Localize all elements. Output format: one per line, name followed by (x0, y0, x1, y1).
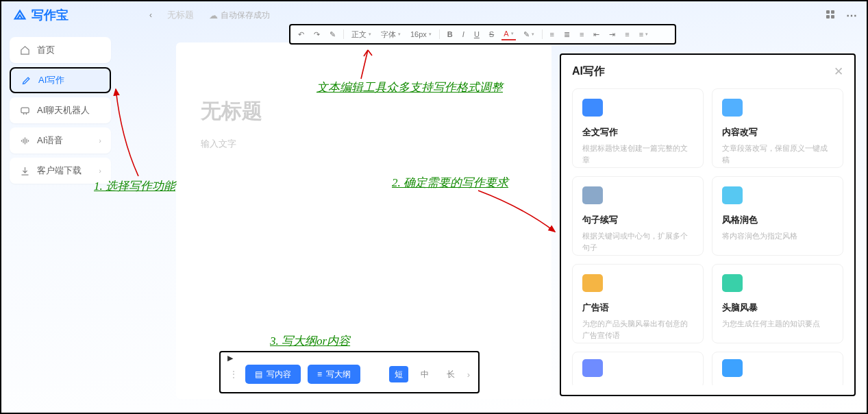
ai-card-title: 全文写作 (582, 126, 693, 138)
ordered-list-button[interactable]: ≡ (623, 29, 631, 40)
ai-card-1[interactable]: 内容改写文章段落改写，保留原义一键成稿 (712, 88, 843, 168)
ai-card-title: 内容改写 (722, 126, 833, 138)
feature-icon (722, 186, 743, 204)
document-title-input[interactable]: 无标题 (201, 97, 527, 125)
ai-card-desc: 根据标题快速创建一篇完整的文章 (582, 143, 693, 165)
logo-icon (12, 8, 27, 23)
sidebar: 首页 AI写作 AI聊天机器人 AI语音 › 客户端下载 › (10, 37, 111, 184)
feature-icon (722, 359, 743, 377)
app-name: 写作宝 (32, 7, 69, 23)
sidebar-item-home[interactable]: 首页 (10, 37, 111, 63)
pen-icon (21, 75, 32, 86)
indent-inc-button[interactable]: ⇥ (607, 29, 617, 40)
ai-card-title: 广告语 (582, 302, 693, 314)
app-logo: 写作宝 (12, 7, 69, 23)
ai-card-desc: 为您的产品头脑风暴出有创意的广告宣传语 (582, 318, 693, 341)
redo-button[interactable]: ↷ (312, 29, 322, 40)
ai-card-title: 句子续写 (582, 214, 693, 226)
document-editor[interactable]: 无标题 输入文字 (176, 42, 551, 399)
feature-icon (722, 274, 743, 292)
ai-card-desc: 为您生成任何主题的知识要点 (722, 318, 833, 330)
sidebar-item-download[interactable]: 客户端下载 › (10, 158, 111, 184)
svg-rect-1 (831, 10, 834, 14)
home-icon (19, 45, 30, 56)
length-short-button[interactable]: 短 (389, 366, 408, 382)
write-outline-button[interactable]: ≡ 写大纲 (308, 365, 360, 384)
sidebar-item-ai-voice[interactable]: AI语音 › (10, 127, 111, 154)
drag-handle-icon[interactable]: ⋮ (229, 369, 238, 380)
indent-dec-button[interactable]: ⇤ (591, 29, 602, 40)
sidebar-item-ai-write[interactable]: AI写作 (10, 67, 111, 93)
bold-button[interactable]: B (445, 29, 455, 40)
svg-rect-2 (826, 15, 830, 19)
highlight-button[interactable]: ✎▾ (521, 29, 536, 40)
underline-button[interactable]: U (472, 29, 482, 40)
compose-action-bar: ▶ ⋮ ▤ 写内容 ≡ 写大纲 短 中 长 › (219, 351, 480, 393)
download-icon (19, 166, 30, 176)
feature-icon (722, 99, 743, 117)
text-color-button[interactable]: A▾ (501, 28, 515, 40)
cloud-icon: ☁ (209, 10, 218, 21)
list-icon: ≡ (317, 369, 322, 379)
svg-rect-3 (831, 15, 834, 19)
format-paint-button[interactable]: ✎ (327, 29, 338, 40)
sidebar-item-ai-chat[interactable]: AI聊天机器人 (10, 97, 111, 123)
feature-icon (582, 99, 603, 117)
strike-button[interactable]: S (487, 29, 496, 40)
ai-card-title: 风格润色 (722, 214, 833, 226)
editor-toolbar: ↶ ↷ ✎ 正文▾ 字体▾ 16px▾ B I U S A▾ ✎▾ ≡ ≣ ≡ … (289, 24, 676, 45)
unordered-list-button[interactable]: ≡▾ (637, 29, 650, 40)
play-icon[interactable]: ▶ (227, 354, 233, 363)
ai-card-4[interactable]: 广告语为您的产品头脑风暴出有创意的广告宣传语 (572, 264, 704, 343)
undo-button[interactable]: ↶ (296, 29, 306, 40)
align-left-button[interactable]: ≡ (548, 29, 556, 40)
next-button[interactable]: › (467, 369, 470, 380)
sidebar-item-label: 首页 (37, 44, 55, 56)
ai-card-0[interactable]: 全文写作根据标题快速创建一篇完整的文章 (572, 88, 704, 168)
italic-button[interactable]: I (460, 29, 467, 40)
length-mid-button[interactable]: 中 (415, 366, 434, 382)
arrow-1 (108, 84, 156, 180)
ai-card-3[interactable]: 风格润色将内容润色为指定风格 (712, 176, 843, 256)
length-long-button[interactable]: 长 (441, 366, 460, 382)
chevron-right-icon: › (99, 167, 101, 175)
ai-panel-title: AI写作 (572, 64, 605, 79)
align-right-button[interactable]: ≡ (578, 29, 586, 40)
feature-icon (582, 274, 603, 292)
ai-card-desc: 将内容润色为指定风格 (722, 230, 833, 242)
apps-grid-icon[interactable] (826, 10, 835, 21)
close-icon[interactable]: ✕ (834, 64, 843, 79)
sidebar-item-label: 客户端下载 (37, 165, 82, 177)
font-size-select[interactable]: 16px▾ (408, 29, 434, 40)
feature-icon (582, 359, 603, 377)
ai-card-5[interactable]: 头脑风暴为您生成任何主题的知识要点 (712, 264, 843, 343)
font-family-select[interactable]: 字体▾ (379, 28, 403, 41)
ai-card-title: 头脑风暴 (722, 302, 833, 314)
chevron-right-icon: › (99, 136, 101, 145)
ai-card-2[interactable]: 句子续写根据关键词或中心句，扩展多个句子 (572, 176, 704, 256)
ai-card-desc: 根据关键词或中心句，扩展多个句子 (582, 230, 693, 253)
ai-panel: AI写作 ✕ 全文写作根据标题快速创建一篇完整的文章内容改写文章段落改写，保留原… (560, 53, 856, 396)
align-center-button[interactable]: ≣ (562, 29, 572, 40)
svg-rect-4 (21, 108, 28, 113)
sidebar-item-label: AI写作 (38, 74, 64, 86)
feature-icon (582, 186, 603, 204)
write-content-button[interactable]: ▤ 写内容 (245, 365, 301, 384)
ai-card-6[interactable] (572, 352, 704, 385)
sidebar-item-label: AI聊天机器人 (37, 104, 90, 117)
document-body-input[interactable]: 输入文字 (201, 138, 527, 150)
autosave-status: ☁ 自动保存成功 (209, 10, 270, 21)
nav-back-button[interactable]: ‹ (144, 8, 158, 23)
sidebar-item-label: AI语音 (37, 134, 63, 147)
voice-icon (19, 136, 30, 146)
doc-icon: ▤ (255, 369, 262, 379)
svg-rect-0 (826, 10, 830, 14)
ai-card-7[interactable] (712, 352, 843, 385)
more-icon[interactable]: ⋯ (846, 9, 857, 22)
ai-card-desc: 文章段落改写，保留原义一键成稿 (722, 143, 833, 165)
chat-icon (19, 106, 30, 116)
breadcrumb: 无标题 (167, 9, 194, 21)
text-style-select[interactable]: 正文▾ (349, 28, 373, 41)
